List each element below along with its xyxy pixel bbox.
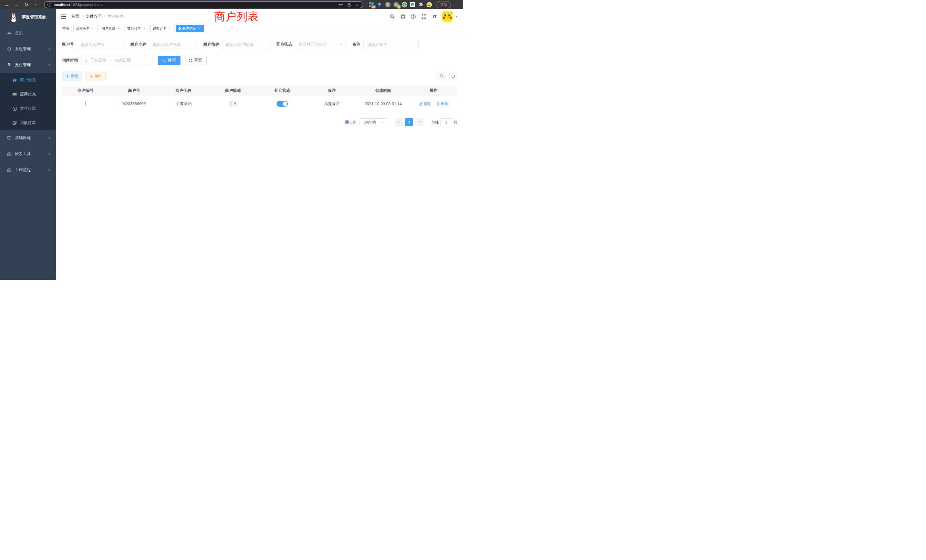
filter-short-name: 商户简称 <box>203 40 270 49</box>
tab-user-group[interactable]: 用户分组 × <box>99 25 123 32</box>
page-content: 商户号 商户全称 商户简称 开启状态 请选择开启状态 <box>56 33 463 126</box>
fullscreen-icon[interactable] <box>421 14 427 20</box>
sidebar-item-app-info[interactable]: 应用信息 <box>0 87 56 101</box>
extension-chat-icon[interactable] <box>410 2 415 8</box>
status-toggle[interactable] <box>277 101 288 107</box>
url-text[interactable]: localhost:1024/pay/merchant <box>54 3 336 7</box>
chevron-down-icon <box>48 136 51 140</box>
chrome-update-button[interactable]: 更新 <box>436 1 451 8</box>
close-icon[interactable]: × <box>168 27 172 30</box>
menu-fold-icon[interactable] <box>61 14 67 20</box>
cell-actions: 修改 删除 <box>410 96 457 112</box>
active-tab-dot <box>179 27 181 30</box>
sidebar-item-refund-order[interactable]: 退款订单 <box>0 116 56 130</box>
close-icon[interactable]: × <box>197 27 201 30</box>
goto-page-input[interactable] <box>440 118 452 126</box>
status-select[interactable]: 请选择开启状态 <box>295 40 346 49</box>
tab-process-form[interactable]: 流程表单 × <box>73 25 97 32</box>
password-key-icon[interactable] <box>338 2 344 7</box>
shop-icon <box>11 78 18 83</box>
sidebar-item-payment[interactable]: ¥ 支付管理 <box>0 57 56 73</box>
extension-recorder-icon[interactable]: 1 <box>393 2 399 8</box>
tab-refund-order[interactable]: 退款订单 × <box>150 25 174 32</box>
font-size-icon[interactable]: tT <box>432 14 437 20</box>
sidebar-logo[interactable]: 芋道管理系统 <box>0 9 56 25</box>
sidebar-item-workflow[interactable]: 工作流程 <box>0 162 56 178</box>
sidebar-item-infrastructure[interactable]: 基础设施 <box>0 130 56 146</box>
field-label: 商户简称 <box>203 42 219 47</box>
page-number-1[interactable]: 1 <box>405 118 413 126</box>
delete-link[interactable]: 删除 <box>436 101 448 106</box>
filter-merchant-no: 商户号 <box>62 40 124 49</box>
extensions-puzzle-icon[interactable] <box>418 2 424 8</box>
chevron-down-icon <box>339 43 343 46</box>
filter-create-time: 创建时间 开始日期 - 结束日期 <box>62 56 149 65</box>
date-range-picker[interactable]: 开始日期 - 结束日期 <box>81 56 149 65</box>
extension-command-icon[interactable]: ⌘ <box>385 2 390 8</box>
edit-link[interactable]: 修改 <box>419 101 431 106</box>
help-icon[interactable]: ? <box>410 14 416 20</box>
refresh-button[interactable] <box>449 72 457 80</box>
search-button-label: 搜索 <box>168 58 176 63</box>
address-bar[interactable]: i localhost:1024/pay/merchant ☆ <box>44 1 363 8</box>
browser-forward-button[interactable]: → <box>12 1 21 8</box>
extension-gem-icon[interactable] <box>377 2 382 8</box>
extension-grid-icon[interactable]: 10 <box>368 2 374 8</box>
tab-home[interactable]: 首页 <box>60 25 72 32</box>
sidebar-item-dev-tools[interactable]: 研发工具 <box>0 146 56 162</box>
show-search-button[interactable] <box>437 72 446 80</box>
browser-back-button[interactable]: ← <box>3 1 11 8</box>
export-button[interactable]: 导出 <box>86 72 106 80</box>
col-full-name: 商户全称 <box>159 86 208 96</box>
breadcrumb-payment[interactable]: 支付管理 <box>86 14 101 19</box>
col-status: 开启状态 <box>258 86 307 96</box>
selected-text: 共 <box>345 120 349 124</box>
bookmark-star-icon[interactable]: ☆ <box>354 2 360 7</box>
header-actions: ? tT <box>389 11 457 22</box>
tab-label: 商户信息 <box>182 26 196 31</box>
app-header: 首页 / 支付管理 / 商户信息 ? <box>56 9 463 24</box>
github-icon[interactable] <box>400 14 406 20</box>
share-icon[interactable] <box>346 3 352 7</box>
extension-yapi-icon[interactable]: y <box>401 2 407 8</box>
breadcrumb-home[interactable]: 首页 <box>71 14 79 19</box>
edit-link-label: 修改 <box>424 101 431 106</box>
sidebar-item-merchant-info[interactable]: 商户信息 <box>0 73 56 87</box>
browser-home-button[interactable]: ⌂ <box>32 1 40 8</box>
site-info-icon[interactable]: i <box>47 3 51 6</box>
start-date-placeholder: 开始日期 <box>91 58 107 63</box>
prev-page-button[interactable] <box>395 118 403 126</box>
next-page-button[interactable] <box>415 118 424 126</box>
close-icon[interactable]: × <box>91 27 95 30</box>
pager: 1 <box>395 118 424 126</box>
search-icon[interactable] <box>389 14 395 20</box>
close-icon[interactable]: × <box>117 27 121 30</box>
logo-image <box>9 12 18 22</box>
tab-label: 流程表单 <box>76 26 89 31</box>
search-button[interactable]: 搜索 <box>158 56 180 65</box>
tab-pay-order[interactable]: 支付订单 × <box>125 25 149 32</box>
add-button[interactable]: 新增 <box>62 72 82 80</box>
chevron-down-icon <box>48 168 51 172</box>
close-icon[interactable]: × <box>142 27 146 30</box>
remark-input[interactable] <box>367 42 415 47</box>
avatar[interactable] <box>442 11 452 22</box>
browser-reload-button[interactable]: ↻ <box>22 1 30 8</box>
col-actions: 操作 <box>410 86 457 96</box>
tab-merchant-info[interactable]: 商户信息 × <box>176 25 204 32</box>
profile-emoji-icon[interactable] <box>426 2 432 8</box>
full-name-input[interactable] <box>153 42 193 47</box>
sidebar-item-pay-order[interactable]: 支付订单 <box>0 101 56 116</box>
toolbox-icon <box>6 152 12 157</box>
extension-badge: 1 <box>398 5 401 9</box>
merchant-no-input[interactable] <box>80 42 120 47</box>
avatar-caret-icon[interactable]: ▾ <box>455 15 457 18</box>
sidebar-item-system[interactable]: ⚙ 系统管理 <box>0 41 56 57</box>
document-icon <box>11 121 18 125</box>
reset-button[interactable]: 重置 <box>184 56 207 65</box>
page-size-select[interactable]: 10条/页 <box>360 118 388 126</box>
sidebar-item-home[interactable]: 首页 <box>0 25 56 41</box>
sidebar-item-label: 研发工具 <box>15 151 48 157</box>
browser-menu-icon[interactable]: ⋮ <box>454 2 458 7</box>
short-name-input[interactable] <box>226 42 266 47</box>
